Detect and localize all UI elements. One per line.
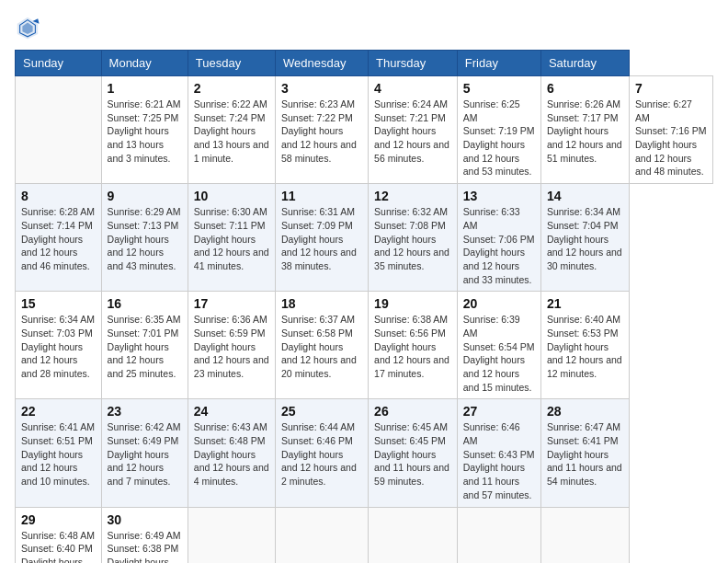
calendar-day-cell: 20 Sunrise: 6:39 AM Sunset: 6:54 PM Dayl… [457,292,540,399]
page-header [15,15,713,40]
daylight-label: Daylight hours [547,125,609,136]
daylight-label: Daylight hours [194,449,256,460]
calendar-table: SundayMondayTuesdayWednesdayThursdayFrid… [15,50,713,563]
day-number: 15 [21,296,96,311]
daylight-value: and 12 hours and 58 minutes. [281,139,357,164]
daylight-value: and 12 hours and 28 minutes. [21,354,90,379]
weekday-header-sunday: Sunday [16,51,102,76]
weekday-header-friday: Friday [457,51,540,76]
daylight-label: Daylight hours [108,341,169,352]
calendar-day-cell: 23 Sunrise: 6:42 AM Sunset: 6:49 PM Dayl… [101,399,188,507]
daylight-value: and 12 hours and 53 minutes. [463,153,532,178]
sunrise-label: Sunrise: 6:25 AM [463,98,520,123]
daylight-value: and 12 hours and 38 minutes. [281,247,357,271]
calendar-day-cell: 1 Sunrise: 6:21 AM Sunset: 7:25 PM Dayli… [101,76,188,184]
sunrise-label: Sunrise: 6:49 AM [108,530,181,541]
daylight-value: and 12 hours and 46 minutes. [21,247,90,271]
day-info: Sunrise: 6:28 AM Sunset: 7:14 PM Dayligh… [21,205,96,272]
sunrise-label: Sunrise: 6:43 AM [194,421,267,432]
sunset-label: Sunset: 7:11 PM [194,220,266,231]
sunset-label: Sunset: 6:51 PM [21,435,93,446]
daylight-label: Daylight hours [635,139,697,150]
sunset-label: Sunset: 7:09 PM [281,220,353,231]
day-info: Sunrise: 6:39 AM Sunset: 6:54 PM Dayligh… [463,313,535,394]
day-info: Sunrise: 6:44 AM Sunset: 6:46 PM Dayligh… [281,420,362,488]
daylight-value: and 12 hours and 20 minutes. [281,354,357,379]
daylight-label: Daylight hours [463,354,525,365]
sunrise-label: Sunrise: 6:39 AM [463,314,520,339]
empty-cell [16,76,102,184]
sunrise-label: Sunrise: 6:38 AM [374,314,448,325]
day-number: 28 [547,404,623,419]
calendar-day-cell: 17 Sunrise: 6:36 AM Sunset: 6:59 PM Dayl… [188,292,275,399]
calendar-day-cell: 11 Sunrise: 6:31 AM Sunset: 7:09 PM Dayl… [276,184,369,292]
sunset-label: Sunset: 7:13 PM [108,220,179,231]
sunrise-label: Sunrise: 6:45 AM [374,421,448,432]
sunset-label: Sunset: 7:16 PM [635,125,707,136]
calendar-day-cell [276,507,369,563]
sunrise-label: Sunrise: 6:22 AM [194,98,267,109]
sunrise-label: Sunrise: 6:34 AM [21,314,95,325]
weekday-header-saturday: Saturday [540,51,629,76]
calendar-week-row: 15 Sunrise: 6:34 AM Sunset: 7:03 PM Dayl… [16,292,713,399]
daylight-value: and 11 hours and 57 minutes. [463,476,532,500]
day-number: 12 [374,189,451,203]
sunset-label: Sunset: 7:19 PM [463,125,535,136]
day-number: 14 [547,189,623,203]
day-number: 5 [463,81,535,96]
calendar-day-cell: 3 Sunrise: 6:23 AM Sunset: 7:22 PM Dayli… [276,76,369,184]
sunset-label: Sunset: 7:17 PM [547,112,619,123]
daylight-label: Daylight hours [194,125,256,136]
day-info: Sunrise: 6:43 AM Sunset: 6:48 PM Dayligh… [194,420,269,488]
sunrise-label: Sunrise: 6:30 AM [194,206,267,217]
day-number: 16 [108,296,182,311]
sunset-label: Sunset: 7:03 PM [21,327,93,339]
weekday-header-tuesday: Tuesday [188,51,275,76]
calendar-day-cell: 12 Sunrise: 6:32 AM Sunset: 7:08 PM Dayl… [369,184,458,292]
day-info: Sunrise: 6:48 AM Sunset: 6:40 PM Dayligh… [21,529,96,564]
day-number: 11 [281,189,362,203]
calendar-week-row: 8 Sunrise: 6:28 AM Sunset: 7:14 PM Dayli… [16,184,713,292]
sunrise-label: Sunrise: 6:37 AM [281,314,355,325]
day-number: 18 [281,296,362,311]
day-info: Sunrise: 6:24 AM Sunset: 7:21 PM Dayligh… [374,98,451,165]
sunset-label: Sunset: 7:25 PM [108,112,179,123]
sunrise-label: Sunrise: 6:24 AM [374,98,448,109]
sunset-label: Sunset: 6:59 PM [194,327,266,339]
daylight-value: and 12 hours and 56 minutes. [374,139,449,164]
sunset-label: Sunset: 6:38 PM [108,543,179,554]
sunrise-label: Sunrise: 6:32 AM [374,206,448,217]
day-number: 26 [374,404,451,419]
sunrise-label: Sunrise: 6:35 AM [108,314,181,325]
day-info: Sunrise: 6:23 AM Sunset: 7:22 PM Dayligh… [281,98,362,165]
day-info: Sunrise: 6:30 AM Sunset: 7:11 PM Dayligh… [194,205,269,272]
day-number: 7 [635,81,707,96]
sunset-label: Sunset: 7:24 PM [194,112,266,123]
daylight-label: Daylight hours [21,449,83,460]
daylight-label: Daylight hours [194,234,256,245]
logo [15,15,44,40]
calendar-day-cell: 13 Sunrise: 6:33 AM Sunset: 7:06 PM Dayl… [457,184,540,292]
day-info: Sunrise: 6:45 AM Sunset: 6:45 PM Dayligh… [374,420,451,488]
daylight-value: and 12 hours and 7 minutes. [108,462,171,487]
calendar-week-row: 22 Sunrise: 6:41 AM Sunset: 6:51 PM Dayl… [16,399,713,507]
day-info: Sunrise: 6:25 AM Sunset: 7:19 PM Dayligh… [463,98,535,178]
daylight-value: and 13 hours and 3 minutes. [108,139,171,164]
calendar-week-row: 1 Sunrise: 6:21 AM Sunset: 7:25 PM Dayli… [16,76,713,184]
calendar-day-cell [540,507,629,563]
sunrise-label: Sunrise: 6:29 AM [108,206,181,217]
calendar-day-cell: 18 Sunrise: 6:37 AM Sunset: 6:58 PM Dayl… [276,292,369,399]
day-number: 8 [21,189,96,203]
daylight-value: and 12 hours and 51 minutes. [547,139,622,164]
day-number: 23 [108,404,182,419]
sunset-label: Sunset: 7:14 PM [21,220,93,231]
sunset-label: Sunset: 7:06 PM [463,234,535,245]
day-number: 21 [547,296,623,311]
daylight-value: and 12 hours and 48 minutes. [635,153,704,178]
daylight-label: Daylight hours [547,341,609,352]
day-info: Sunrise: 6:35 AM Sunset: 7:01 PM Dayligh… [108,313,182,380]
day-info: Sunrise: 6:32 AM Sunset: 7:08 PM Dayligh… [374,205,451,272]
day-number: 9 [108,189,182,203]
day-info: Sunrise: 6:29 AM Sunset: 7:13 PM Dayligh… [108,205,182,272]
sunrise-label: Sunrise: 6:44 AM [281,421,355,432]
